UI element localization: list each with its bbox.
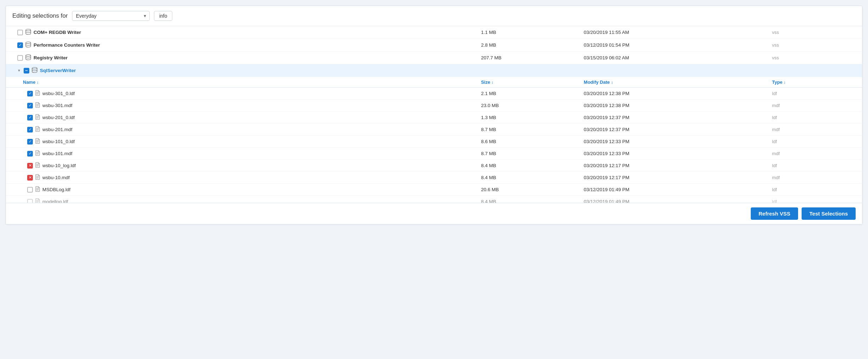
table-row: modellog.ldf8.4 MB03/12/2019 01:49 PMldf (6, 196, 862, 203)
svg-point-1 (26, 42, 31, 44)
col-header-date[interactable]: Modify Date ↕ (579, 77, 768, 88)
row-size: 8.7 MB (477, 124, 579, 136)
column-header-row: Name ↕Size ↕Modify Date ↕Type ↕ (6, 77, 862, 88)
row-size: 8.6 MB (477, 136, 579, 148)
file-icon (35, 198, 40, 203)
row-name: wsbu-201.mdf (42, 127, 72, 132)
file-icon (35, 90, 40, 97)
row-type: mdf (768, 148, 862, 160)
table-row: COM+ REGDB Writer1.1 MB03/20/2019 11:55 … (6, 26, 862, 39)
col-header-type[interactable]: Type ↕ (768, 77, 862, 88)
row-name: modellog.ldf (42, 199, 68, 203)
row-size: 2.1 MB (477, 88, 579, 100)
row-type: ldf (768, 136, 862, 148)
row-type: mdf (768, 172, 862, 184)
row-checkbox[interactable]: ✕ (27, 175, 33, 181)
row-size: 2.8 MB (477, 39, 579, 52)
row-checkbox[interactable]: ✕ (27, 163, 33, 169)
row-date: 03/20/2019 12:17 PM (579, 160, 768, 172)
table-row: ✓wsbu-101.mdf8.7 MB03/20/2019 12:33 PMmd… (6, 148, 862, 160)
row-size: 8.4 MB (477, 196, 579, 203)
row-size: 23.0 MB (477, 100, 579, 112)
table-row: ✓wsbu-301.mdf23.0 MB03/20/2019 12:38 PMm… (6, 100, 862, 112)
row-size: 1.3 MB (477, 112, 579, 124)
footer-bar: Refresh VSS Test Selections (6, 203, 862, 224)
db-icon (31, 67, 38, 74)
file-icon (35, 102, 40, 109)
info-button[interactable]: info (154, 11, 173, 21)
file-icon (35, 138, 40, 145)
file-icon (35, 162, 40, 169)
row-date: 03/12/2019 01:49 PM (579, 196, 768, 203)
row-checkbox[interactable]: ✓ (27, 91, 33, 96)
row-size: 8.7 MB (477, 148, 579, 160)
svg-point-0 (26, 29, 31, 31)
row-type: ldf (768, 88, 862, 100)
col-header-name[interactable]: Name ↕ (6, 77, 477, 88)
row-date: 03/15/2019 06:02 AM (579, 52, 768, 64)
row-name: wsbu-10_log.ldf (42, 163, 76, 168)
main-panel: Editing selections for EverydayWeeklyMon… (6, 6, 862, 224)
row-size: 8.4 MB (477, 172, 579, 184)
file-icon (35, 126, 40, 133)
row-checkbox[interactable]: ✓ (27, 115, 33, 120)
row-checkbox[interactable]: ✓ (27, 139, 33, 145)
row-type: vss (768, 26, 862, 39)
row-type: mdf (768, 124, 862, 136)
file-table-container: COM+ REGDB Writer1.1 MB03/20/2019 11:55 … (6, 26, 862, 203)
row-checkbox[interactable] (17, 55, 23, 61)
table-row: ✓wsbu-201.mdf8.7 MB03/20/2019 12:37 PMmd… (6, 124, 862, 136)
table-row: ✓wsbu-301_0.ldf2.1 MB03/20/2019 12:38 PM… (6, 88, 862, 100)
row-checkbox[interactable]: ✓ (27, 103, 33, 108)
row-checkbox[interactable] (27, 187, 33, 193)
file-icon (35, 174, 40, 181)
row-name: wsbu-10.mdf (42, 175, 70, 180)
row-type: vss (768, 52, 862, 64)
row-date: 03/20/2019 11:55 AM (579, 26, 768, 39)
svg-point-2 (26, 55, 31, 57)
refresh-vss-button[interactable]: Refresh VSS (751, 207, 798, 220)
row-date: 03/20/2019 12:37 PM (579, 112, 768, 124)
table-row: ✓wsbu-201_0.ldf1.3 MB03/20/2019 12:37 PM… (6, 112, 862, 124)
row-checkbox[interactable] (17, 30, 23, 35)
db-icon (25, 29, 31, 36)
row-checkbox[interactable] (27, 199, 33, 203)
row-date: 03/20/2019 12:33 PM (579, 148, 768, 160)
table-row: ✕wsbu-10_log.ldf8.4 MB03/20/2019 12:17 P… (6, 160, 862, 172)
svg-point-3 (32, 67, 37, 69)
row-size: 1.1 MB (477, 26, 579, 39)
schedule-dropdown[interactable]: EverydayWeeklyMonthly (72, 11, 150, 21)
row-type: ldf (768, 160, 862, 172)
row-checkbox[interactable]: ✓ (17, 42, 23, 48)
file-icon (35, 186, 40, 193)
row-checkbox[interactable]: ✓ (27, 151, 33, 157)
table-row: ✓Performance Counters Writer2.8 MB03/12/… (6, 39, 862, 52)
row-date: 03/12/2019 01:49 PM (579, 184, 768, 196)
row-checkbox[interactable]: ✓ (27, 127, 33, 133)
row-name: wsbu-201_0.ldf (42, 115, 75, 120)
schedule-dropdown-wrapper: EverydayWeeklyMonthly ▼ (72, 11, 150, 21)
row-date: 03/20/2019 12:33 PM (579, 136, 768, 148)
row-checkbox[interactable]: − (24, 68, 29, 73)
row-size: 207.7 MB (477, 52, 579, 64)
row-date: 03/20/2019 12:37 PM (579, 124, 768, 136)
collapse-arrow-icon[interactable]: ▼ (17, 69, 21, 72)
table-body: COM+ REGDB Writer1.1 MB03/20/2019 11:55 … (6, 26, 862, 203)
row-type: ldf (768, 112, 862, 124)
row-type: ldf (768, 196, 862, 203)
file-icon (35, 150, 40, 157)
row-name: wsbu-101.mdf (42, 151, 72, 156)
row-date (579, 64, 768, 77)
row-date: 03/20/2019 12:38 PM (579, 88, 768, 100)
db-icon (25, 41, 31, 49)
test-selections-button[interactable]: Test Selections (802, 207, 856, 220)
row-date: 03/12/2019 01:54 PM (579, 39, 768, 52)
row-name: wsbu-301_0.ldf (42, 91, 75, 96)
file-table: COM+ REGDB Writer1.1 MB03/20/2019 11:55 … (6, 26, 862, 203)
editing-label: Editing selections for (12, 12, 68, 19)
table-row: ▼−SqlServerWriter (6, 64, 862, 77)
col-header-size[interactable]: Size ↕ (477, 77, 579, 88)
row-name: Registry Writer (34, 55, 68, 60)
row-size: 20.6 MB (477, 184, 579, 196)
table-row: ✕wsbu-10.mdf8.4 MB03/20/2019 12:17 PMmdf (6, 172, 862, 184)
